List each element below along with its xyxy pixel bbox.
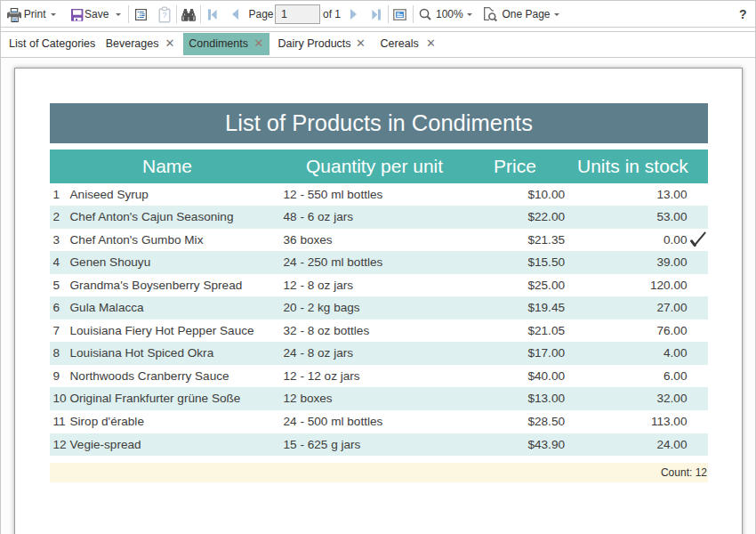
svg-text:?: ? bbox=[162, 11, 166, 20]
